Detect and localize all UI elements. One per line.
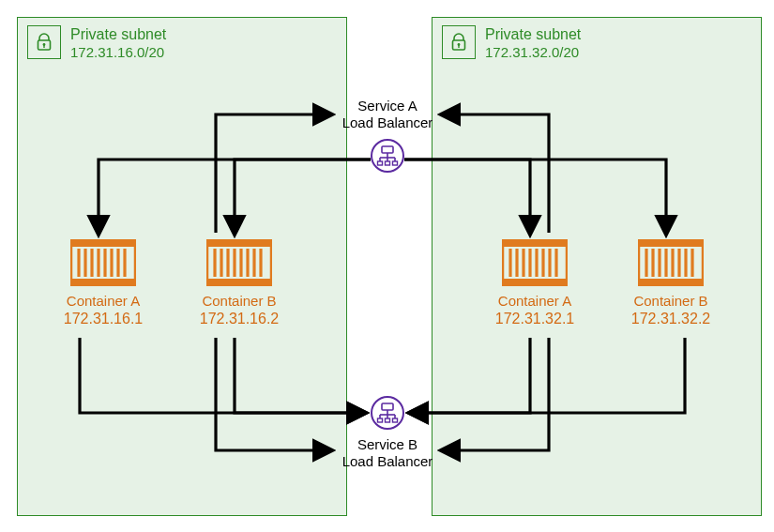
subnet-title: Private subnet bbox=[485, 25, 581, 44]
lock-icon bbox=[27, 25, 61, 59]
container-a-right: Container A 172.31.32.1 bbox=[483, 239, 586, 327]
subnet-header: Private subnet 172.31.16.0/20 bbox=[27, 25, 166, 62]
lb-sub: Load Balancer bbox=[342, 453, 433, 469]
container-b-left: Container B 172.31.16.2 bbox=[188, 239, 291, 327]
container-icon bbox=[502, 239, 568, 286]
container-ip: 172.31.32.1 bbox=[483, 311, 586, 327]
container-ip: 172.31.16.1 bbox=[52, 311, 155, 327]
container-name: Container B bbox=[619, 293, 722, 309]
svg-rect-8 bbox=[71, 279, 135, 285]
load-balancer-icon bbox=[371, 396, 404, 430]
svg-rect-19 bbox=[207, 279, 271, 285]
load-balancer-icon bbox=[371, 139, 404, 173]
subnet-header: Private subnet 172.31.32.0/20 bbox=[442, 25, 581, 62]
svg-rect-18 bbox=[207, 240, 271, 247]
lb-name: Service A bbox=[357, 98, 417, 114]
svg-rect-40 bbox=[639, 240, 703, 247]
container-ip: 172.31.16.2 bbox=[188, 311, 291, 327]
container-a-left: Container A 172.31.16.1 bbox=[52, 239, 155, 327]
lb-sub: Load Balancer bbox=[342, 114, 433, 130]
lock-icon bbox=[442, 25, 476, 59]
container-ip: 172.31.32.2 bbox=[619, 311, 722, 327]
subnet-cidr: 172.31.16.0/20 bbox=[70, 44, 166, 62]
container-b-right: Container B 172.31.32.2 bbox=[619, 239, 722, 327]
svg-rect-30 bbox=[503, 279, 567, 285]
container-icon bbox=[206, 239, 272, 286]
subnet-title: Private subnet bbox=[70, 25, 166, 44]
container-icon bbox=[638, 239, 704, 286]
lb-a-label: Service A Load Balancer bbox=[336, 98, 439, 131]
subnet-cidr: 172.31.32.0/20 bbox=[485, 44, 581, 62]
lb-b-label: Service B Load Balancer bbox=[336, 436, 439, 470]
svg-rect-2 bbox=[43, 45, 44, 48]
svg-rect-41 bbox=[639, 279, 703, 285]
container-name: Container B bbox=[188, 293, 291, 309]
lb-name: Service B bbox=[357, 436, 417, 452]
container-name: Container A bbox=[52, 293, 155, 309]
svg-rect-29 bbox=[503, 240, 567, 247]
container-icon bbox=[70, 239, 136, 286]
svg-rect-5 bbox=[458, 45, 459, 48]
container-name: Container A bbox=[483, 293, 586, 309]
svg-rect-7 bbox=[71, 240, 135, 247]
